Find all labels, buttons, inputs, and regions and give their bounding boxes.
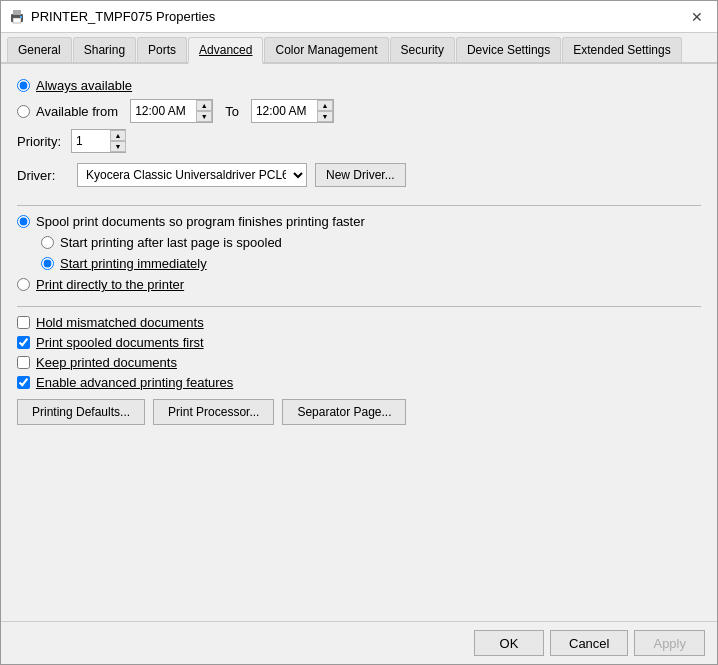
tab-bar: General Sharing Ports Advanced Color Man… bbox=[1, 33, 717, 64]
driver-row: Driver: Kyocera Classic Universaldriver … bbox=[17, 163, 701, 187]
print-directly-row: Print directly to the printer bbox=[17, 277, 701, 292]
spool-label[interactable]: Spool print documents so program finishe… bbox=[36, 214, 365, 229]
apply-button[interactable]: Apply bbox=[634, 630, 705, 656]
window-title: PRINTER_TMPF075 Properties bbox=[31, 9, 215, 24]
priority-up[interactable]: ▲ bbox=[110, 130, 126, 141]
priority-buttons: ▲ ▼ bbox=[110, 130, 126, 152]
to-label: To bbox=[225, 104, 239, 119]
from-time-buttons: ▲ ▼ bbox=[196, 100, 212, 122]
divider-1 bbox=[17, 205, 701, 206]
tab-color-management[interactable]: Color Management bbox=[264, 37, 388, 62]
title-bar-left: PRINTER_TMPF075 Properties bbox=[9, 9, 215, 25]
tab-advanced[interactable]: Advanced bbox=[188, 37, 263, 64]
to-time-up[interactable]: ▲ bbox=[317, 100, 333, 111]
svg-rect-3 bbox=[20, 16, 22, 18]
print-spooled-row: Print spooled documents first bbox=[17, 335, 701, 350]
start-after-last-radio[interactable] bbox=[41, 236, 54, 249]
spool-options: Start printing after last page is spoole… bbox=[41, 235, 701, 277]
tab-device-settings[interactable]: Device Settings bbox=[456, 37, 561, 62]
close-button[interactable]: ✕ bbox=[685, 5, 709, 29]
available-from-radio[interactable] bbox=[17, 105, 30, 118]
priority-label: Priority: bbox=[17, 134, 61, 149]
footer: OK Cancel Apply bbox=[1, 621, 717, 664]
tab-extended-settings[interactable]: Extended Settings bbox=[562, 37, 681, 62]
hold-mismatched-label[interactable]: Hold mismatched documents bbox=[36, 315, 204, 330]
tab-ports[interactable]: Ports bbox=[137, 37, 187, 62]
print-spooled-label[interactable]: Print spooled documents first bbox=[36, 335, 204, 350]
svg-rect-1 bbox=[13, 10, 21, 15]
divider-2 bbox=[17, 306, 701, 307]
enable-advanced-label[interactable]: Enable advanced printing features bbox=[36, 375, 233, 390]
from-time-spinbox: ▲ ▼ bbox=[130, 99, 213, 123]
tab-content: Always available Available from ▲ ▼ To ▲… bbox=[1, 64, 717, 621]
from-time-input[interactable] bbox=[131, 100, 196, 122]
separator-page-button[interactable]: Separator Page... bbox=[282, 399, 406, 425]
spool-row: Spool print documents so program finishe… bbox=[17, 214, 701, 229]
priority-input[interactable] bbox=[72, 130, 110, 152]
tab-sharing[interactable]: Sharing bbox=[73, 37, 136, 62]
print-processor-button[interactable]: Print Processor... bbox=[153, 399, 274, 425]
tab-security[interactable]: Security bbox=[390, 37, 455, 62]
hold-mismatched-row: Hold mismatched documents bbox=[17, 315, 701, 330]
always-available-row: Always available bbox=[17, 78, 701, 93]
enable-advanced-row: Enable advanced printing features bbox=[17, 375, 701, 390]
to-time-buttons: ▲ ▼ bbox=[317, 100, 333, 122]
to-time-down[interactable]: ▼ bbox=[317, 111, 333, 122]
start-immediately-row: Start printing immediately bbox=[41, 256, 701, 271]
action-buttons: Printing Defaults... Print Processor... … bbox=[17, 399, 701, 425]
enable-advanced-checkbox[interactable] bbox=[17, 376, 30, 389]
spool-radio[interactable] bbox=[17, 215, 30, 228]
available-from-label[interactable]: Available from bbox=[36, 104, 118, 119]
driver-select[interactable]: Kyocera Classic Universaldriver PCL6 bbox=[77, 163, 307, 187]
keep-printed-label[interactable]: Keep printed documents bbox=[36, 355, 177, 370]
print-spooled-checkbox[interactable] bbox=[17, 336, 30, 349]
to-time-spinbox: ▲ ▼ bbox=[251, 99, 334, 123]
driver-label: Driver: bbox=[17, 168, 67, 183]
print-directly-label[interactable]: Print directly to the printer bbox=[36, 277, 184, 292]
ok-button[interactable]: OK bbox=[474, 630, 544, 656]
always-available-label[interactable]: Always available bbox=[36, 78, 132, 93]
available-from-row: Available from ▲ ▼ To ▲ ▼ bbox=[17, 99, 701, 123]
title-bar: PRINTER_TMPF075 Properties ✕ bbox=[1, 1, 717, 33]
from-time-down[interactable]: ▼ bbox=[196, 111, 212, 122]
printing-defaults-button[interactable]: Printing Defaults... bbox=[17, 399, 145, 425]
new-driver-button[interactable]: New Driver... bbox=[315, 163, 406, 187]
priority-spinbox: ▲ ▼ bbox=[71, 129, 126, 153]
to-time-input[interactable] bbox=[252, 100, 317, 122]
print-directly-radio[interactable] bbox=[17, 278, 30, 291]
printer-icon bbox=[9, 9, 25, 25]
tab-general[interactable]: General bbox=[7, 37, 72, 62]
hold-mismatched-checkbox[interactable] bbox=[17, 316, 30, 329]
svg-rect-2 bbox=[13, 18, 21, 23]
start-after-last-row: Start printing after last page is spoole… bbox=[41, 235, 701, 250]
priority-down[interactable]: ▼ bbox=[110, 141, 126, 152]
start-immediately-radio[interactable] bbox=[41, 257, 54, 270]
start-after-last-label[interactable]: Start printing after last page is spoole… bbox=[60, 235, 282, 250]
priority-row: Priority: ▲ ▼ bbox=[17, 129, 701, 153]
keep-printed-checkbox[interactable] bbox=[17, 356, 30, 369]
start-immediately-label[interactable]: Start printing immediately bbox=[60, 256, 207, 271]
from-time-up[interactable]: ▲ bbox=[196, 100, 212, 111]
cancel-button[interactable]: Cancel bbox=[550, 630, 628, 656]
always-available-radio[interactable] bbox=[17, 79, 30, 92]
keep-printed-row: Keep printed documents bbox=[17, 355, 701, 370]
main-window: PRINTER_TMPF075 Properties ✕ General Sha… bbox=[0, 0, 718, 665]
